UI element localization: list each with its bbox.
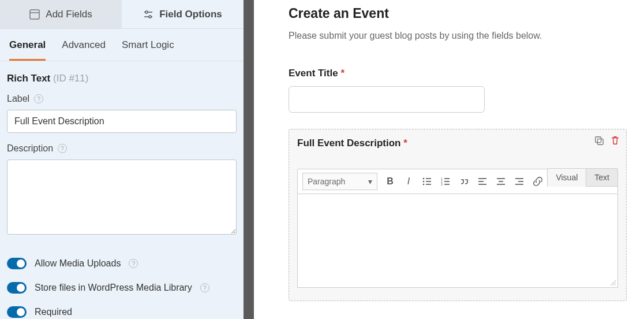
- label-input[interactable]: [7, 110, 237, 133]
- required-asterisk: *: [403, 138, 407, 149]
- help-icon[interactable]: ?: [58, 144, 67, 153]
- event-title-label: Event Title *: [289, 68, 627, 79]
- toggle-store-files[interactable]: [7, 282, 27, 294]
- subtab-advanced[interactable]: Advanced: [62, 39, 106, 61]
- toggle-allow-media[interactable]: [7, 258, 27, 269]
- tab-field-options[interactable]: Field Options: [122, 0, 244, 28]
- chevron-down-icon: ▾: [368, 177, 372, 186]
- form-title: Create an Event: [289, 6, 627, 21]
- resize-handle-icon[interactable]: [609, 279, 616, 286]
- duplicate-icon[interactable]: [594, 135, 604, 146]
- svg-line-44: [611, 280, 616, 285]
- field-type-name: Rich Text: [7, 73, 50, 84]
- required-asterisk: *: [340, 68, 345, 79]
- full-desc-label: Full Event Description *: [297, 138, 618, 149]
- subtab-smart-logic[interactable]: Smart Logic: [122, 39, 174, 61]
- editor-tab-visual[interactable]: Visual: [547, 168, 586, 187]
- field-id-label: (ID #11): [53, 73, 88, 84]
- field-type-header: Rich Text (ID #11): [0, 61, 244, 94]
- tab-field-options-label: Field Options: [159, 9, 222, 20]
- help-icon[interactable]: ?: [34, 94, 43, 103]
- format-dropdown[interactable]: Paragraph ▾: [302, 173, 377, 190]
- bullet-list-icon[interactable]: [421, 176, 433, 187]
- tab-add-fields-label: Add Fields: [46, 9, 92, 20]
- field-full-description[interactable]: Full Event Description * Visual Text Par…: [289, 129, 627, 301]
- align-right-icon[interactable]: [514, 176, 525, 187]
- toggle-store-files-label: Store files in WordPress Media Library: [35, 283, 192, 293]
- tab-add-fields[interactable]: Add Fields: [0, 0, 122, 28]
- svg-rect-6: [596, 137, 601, 143]
- svg-text:3: 3: [441, 183, 443, 186]
- numbered-list-icon[interactable]: 123: [440, 176, 451, 187]
- align-left-icon[interactable]: [477, 176, 488, 187]
- svg-rect-0: [30, 10, 39, 19]
- svg-point-8: [423, 178, 425, 180]
- svg-rect-7: [597, 139, 603, 144]
- svg-point-3: [145, 11, 148, 13]
- help-icon[interactable]: ?: [200, 283, 209, 292]
- sliders-icon: [143, 9, 153, 20]
- help-icon[interactable]: ?: [129, 259, 138, 268]
- editor-body[interactable]: [297, 194, 618, 288]
- align-center-icon[interactable]: [495, 176, 507, 187]
- event-title-input[interactable]: [289, 86, 485, 113]
- field-event-title[interactable]: Event Title *: [289, 68, 627, 113]
- label-field-label: Label ?: [7, 94, 237, 104]
- form-description: Please submit your guest blog posts by u…: [289, 31, 627, 41]
- add-fields-icon: [29, 9, 40, 20]
- trash-icon[interactable]: [610, 135, 620, 146]
- bold-icon[interactable]: B: [384, 176, 396, 187]
- subtab-general[interactable]: General: [9, 39, 46, 61]
- toggle-required-label: Required: [35, 307, 72, 317]
- svg-line-46: [615, 285, 616, 285]
- toggle-required[interactable]: [7, 306, 27, 318]
- toggle-allow-media-label: Allow Media Uploads: [35, 258, 121, 269]
- blockquote-icon[interactable]: [458, 176, 470, 187]
- description-field-label: Description ?: [7, 143, 237, 154]
- link-icon[interactable]: [532, 176, 544, 187]
- svg-point-5: [149, 16, 151, 18]
- description-input[interactable]: [7, 160, 237, 235]
- svg-point-12: [423, 184, 425, 186]
- svg-point-10: [423, 181, 425, 183]
- italic-icon[interactable]: I: [403, 176, 414, 187]
- editor-tab-text[interactable]: Text: [586, 168, 618, 187]
